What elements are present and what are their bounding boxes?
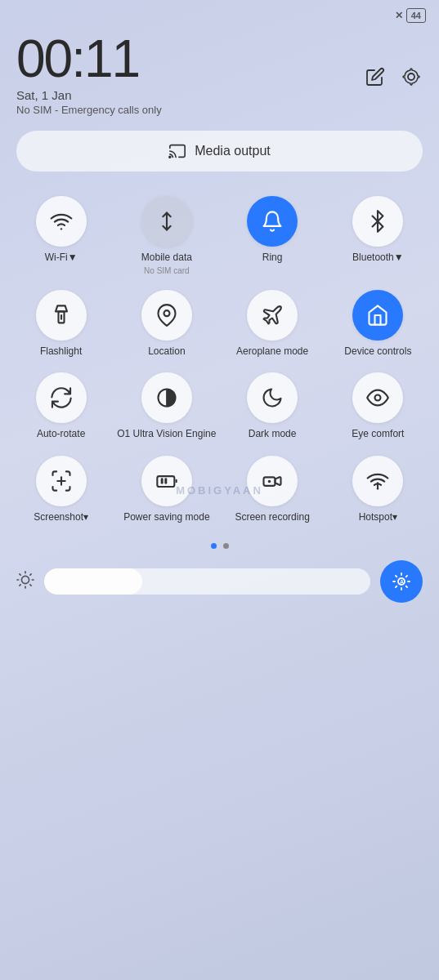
screenshot-icon-wrap xyxy=(36,456,87,506)
media-output-button[interactable]: Media output xyxy=(16,131,423,172)
svg-point-6 xyxy=(164,310,169,316)
svg-point-8 xyxy=(375,395,381,401)
svg-point-1 xyxy=(169,156,171,158)
page-dot-1[interactable] xyxy=(211,543,217,549)
sim-status: No SIM - Emergency calls only xyxy=(16,104,423,116)
screen-recording-label: Screen recording xyxy=(235,511,309,524)
cast-icon xyxy=(168,142,186,160)
dark-mode-label: Dark mode xyxy=(249,428,297,441)
tile-ring[interactable]: Ring xyxy=(220,188,325,282)
settings-icon[interactable] xyxy=(400,65,423,88)
ring-label: Ring xyxy=(262,252,283,265)
tile-screen-recording[interactable]: Screen recording xyxy=(220,448,325,531)
hotspot-label: Hotspot▾ xyxy=(359,511,397,524)
battery-container: ✕ 44 xyxy=(395,8,426,23)
aeroplane-label: Aeroplane mode xyxy=(236,345,308,359)
power-saving-label: Power saving mode xyxy=(123,511,209,524)
tile-aeroplane[interactable]: Aeroplane mode xyxy=(220,282,325,365)
status-bar: ✕ 44 xyxy=(0,0,439,26)
screen-recording-icon-wrap xyxy=(247,456,298,506)
tile-auto-rotate[interactable]: Auto-rotate xyxy=(8,364,114,448)
bluetooth-icon-wrap xyxy=(352,196,403,247)
power-saving-icon-wrap xyxy=(141,456,192,506)
location-icon-wrap xyxy=(141,290,192,341)
o1-ultra-icon-wrap xyxy=(141,372,192,423)
edit-icon[interactable] xyxy=(364,65,387,88)
mobile-data-icon-wrap xyxy=(141,196,192,247)
svg-line-26 xyxy=(30,574,31,575)
page-dot-2[interactable] xyxy=(223,543,229,549)
brightness-low-icon xyxy=(16,571,34,593)
tile-eye-comfort[interactable]: Eye comfort xyxy=(325,364,431,448)
eye-comfort-icon-wrap xyxy=(352,372,403,423)
svg-point-18 xyxy=(21,576,29,583)
auto-rotate-icon-wrap xyxy=(36,372,87,423)
hotspot-icon-wrap xyxy=(352,456,403,506)
tile-flashlight[interactable]: Flashlight xyxy=(8,282,114,365)
tile-power-saving[interactable]: Power saving mode xyxy=(114,448,219,531)
flashlight-icon-wrap xyxy=(36,290,87,341)
ring-icon-wrap xyxy=(247,196,298,247)
battery-x-icon: ✕ xyxy=(395,10,403,21)
wifi-icon-wrap xyxy=(36,196,87,247)
mobile-data-sublabel: No SIM card xyxy=(144,266,190,275)
o1-ultra-label: O1 Ultra Vision Engine xyxy=(117,428,216,441)
svg-line-21 xyxy=(20,574,20,575)
media-output-label: Media output xyxy=(195,144,271,158)
quick-tiles-grid: Wi-Fi▼Mobile dataNo SIM cardRingBluetoot… xyxy=(0,183,439,535)
bluetooth-label: Bluetooth▼ xyxy=(352,252,404,265)
battery-level: 44 xyxy=(406,8,426,23)
svg-point-0 xyxy=(408,74,414,80)
svg-point-2 xyxy=(60,228,61,229)
svg-text:A: A xyxy=(400,579,404,585)
aeroplane-icon-wrap xyxy=(247,290,298,341)
tile-hotspot[interactable]: Hotspot▾ xyxy=(325,448,431,531)
screenshot-label: Screenshot▾ xyxy=(34,511,88,524)
tile-o1-ultra[interactable]: O1 Ultra Vision Engine xyxy=(114,364,219,448)
device-controls-label: Device controls xyxy=(344,345,411,359)
tile-wifi[interactable]: Wi-Fi▼ xyxy=(8,188,114,282)
tile-screenshot[interactable]: Screenshot▾ xyxy=(8,448,114,531)
tile-bluetooth[interactable]: Bluetooth▼ xyxy=(325,188,431,282)
location-label: Location xyxy=(148,345,185,359)
svg-line-22 xyxy=(30,585,31,586)
time-display: 00:11 xyxy=(16,33,423,85)
eye-comfort-label: Eye comfort xyxy=(352,428,404,441)
brightness-fill xyxy=(44,568,142,595)
tile-device-controls[interactable]: Device controls xyxy=(325,282,431,365)
media-output-section: Media output xyxy=(0,119,439,183)
header-icons xyxy=(364,65,423,88)
wifi-label: Wi-Fi▼ xyxy=(45,252,78,265)
date-display: Sat, 1 Jan xyxy=(16,88,423,102)
auto-brightness-button[interactable]: A xyxy=(380,560,423,603)
tile-mobile-data[interactable]: Mobile dataNo SIM card xyxy=(114,188,219,282)
tile-dark-mode[interactable]: Dark mode xyxy=(220,364,325,448)
svg-line-25 xyxy=(20,585,20,586)
svg-point-16 xyxy=(268,480,271,483)
brightness-slider[interactable] xyxy=(44,568,370,595)
flashlight-label: Flashlight xyxy=(40,345,82,359)
tile-location[interactable]: Location xyxy=(114,282,219,365)
mobile-data-label: Mobile data xyxy=(141,252,192,265)
brightness-control: A xyxy=(0,555,439,611)
auto-rotate-label: Auto-rotate xyxy=(37,428,85,441)
device-controls-icon-wrap xyxy=(352,290,403,341)
dark-mode-icon-wrap xyxy=(247,372,298,423)
page-dots xyxy=(0,535,439,555)
